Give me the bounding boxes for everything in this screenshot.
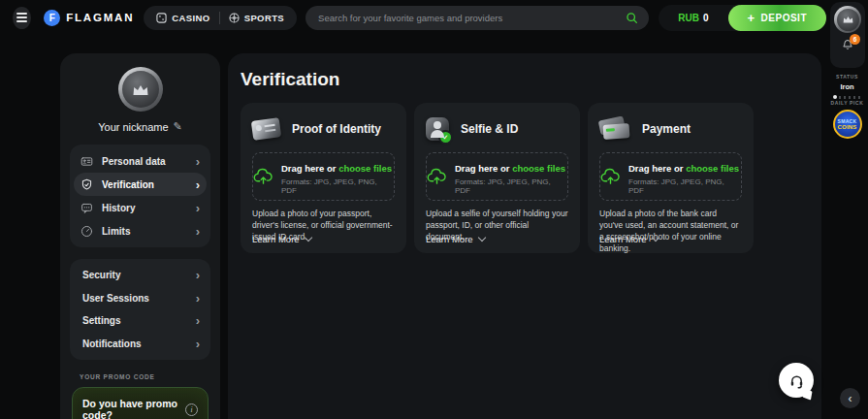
main-panel: Verification Proof of Identity Drag here… [228,53,821,419]
sidebar-item-label: Verification [102,179,154,190]
balance: RUB 0 [659,13,727,23]
bank-cards-icon [599,116,630,142]
id-card-icon [80,154,94,168]
chevron-down-icon [304,234,311,242]
sidebar-item-label: Limits [102,226,130,237]
card-title: Proof of Identity [292,122,381,136]
drop-text: Drag here or [281,163,337,174]
balance-amount: 0 [703,13,709,23]
progress-dot [833,95,837,99]
status-section: STATUS Iron [826,74,868,99]
right-rail: 6 STATUS Iron DAILY PICK SMACK COINS ‹ [826,0,868,419]
primary-nav: CASINO SPORTS [144,6,297,30]
crown-icon [122,71,159,108]
card-title: Selfie & ID [461,122,518,136]
promo-card: Do you have promo code? i [72,387,209,419]
sidebar-item-history[interactable]: History › [74,196,207,219]
nav-casino[interactable]: CASINO [156,13,209,23]
brand-logo[interactable]: F FLAGMAN [44,10,134,26]
search-icon[interactable] [626,12,638,24]
status-value: Iron [826,82,868,91]
choose-files-link[interactable]: choose files [686,163,739,174]
chevron-right-icon: › [196,338,200,350]
sidebar-item-limits[interactable]: Limits › [74,219,207,242]
sidebar-item-personal-data[interactable]: Personal data › [74,149,207,173]
selfie-person-icon: ✓ [426,117,449,141]
learn-more-label: Learn More [426,234,473,244]
wallet[interactable]: RUB 0 + DEPOSIT [659,5,826,31]
status-label: STATUS [826,74,868,80]
learn-more-link[interactable]: Learn More [599,234,659,244]
account-menu-secondary: Security › User Sessions › Settings › No… [70,259,210,360]
sidebar-item-settings[interactable]: Settings › [74,309,207,333]
top-bar: F FLAGMAN CASINO SPORTS RUB 0 + [0,0,826,35]
page-title: Verification [241,69,821,90]
choose-files-link[interactable]: choose files [338,163,392,174]
learn-more-label: Learn More [599,234,647,244]
file-dropzone[interactable]: Drag here or choose files Formats: JPG, … [426,152,568,201]
brand-logo-text: FLAGMAN [66,12,134,23]
sidebar-item-label: Security [82,270,120,280]
status-progress [833,95,862,99]
search-input[interactable] [316,12,626,24]
rail-profile-card: 6 [830,2,865,68]
file-dropzone[interactable]: Drag here or choose files Formats: JPG, … [252,152,395,201]
limits-gauge-icon [80,224,94,238]
edit-nickname-icon[interactable]: ✎ [174,120,182,133]
chevron-right-icon: › [196,202,200,214]
account-sidebar: Your nickname ✎ Personal data › Verifica… [60,53,220,419]
smack-coins-badge[interactable]: SMACK COINS [833,110,862,139]
formats-hint: Formats: JPG, JPEG, PNG, PDF [628,177,741,195]
promo-section-label: YOUR PROMO CODE [80,373,220,380]
dice-icon [156,13,167,23]
sidebar-item-verification[interactable]: Verification › [74,173,207,196]
promo-title: Do you have promo code? [82,398,185,419]
crown-icon [837,9,859,31]
chevron-right-icon: › [196,292,200,305]
profile-avatar[interactable] [118,67,163,112]
sidebar-item-user-sessions[interactable]: User Sessions › [74,287,207,310]
formats-hint: Formats: JPG, JPEG, PNG, PDF [455,177,567,195]
ball-icon [229,13,240,23]
search-bar [305,6,649,30]
shield-check-icon [80,177,94,191]
history-chat-icon [80,201,94,214]
choose-files-link[interactable]: choose files [512,163,565,174]
collapse-rail-button[interactable]: ‹ [840,388,860,408]
deposit-button[interactable]: + DEPOSIT [728,5,827,31]
hamburger-menu-button[interactable] [13,7,31,29]
drop-text: Drag here or [628,163,684,174]
nickname-text: Your nickname [98,121,168,133]
nickname-row: Your nickname ✎ [60,120,220,133]
notifications-bell[interactable]: 6 [842,39,853,50]
chevron-right-icon: › [196,269,200,281]
chevron-down-icon [477,234,485,242]
balance-currency: RUB [678,13,699,23]
sidebar-item-label: Personal data [102,156,166,167]
verification-cards: Proof of Identity Drag here or choose fi… [241,103,821,253]
drop-text: Drag here or [455,163,510,174]
nav-sports[interactable]: SPORTS [229,13,284,23]
support-chat-button[interactable] [779,363,814,398]
file-dropzone[interactable]: Drag here or choose files Formats: JPG, … [599,152,742,201]
sidebar-item-notifications[interactable]: Notifications › [74,333,207,356]
sidebar-item-security[interactable]: Security › [74,264,207,287]
learn-more-link[interactable]: Learn More [252,234,311,244]
chevron-right-icon: › [196,225,200,238]
info-icon[interactable]: i [185,403,198,416]
card-title: Payment [642,122,691,136]
sidebar-item-label: Notifications [82,338,142,349]
card-selfie-id: ✓ Selfie & ID Drag here or choose files … [414,103,580,253]
dailypick-label: DAILY PICK [826,100,868,106]
brand-logo-icon: F [44,10,60,26]
nav-sports-label: SPORTS [244,13,284,23]
sidebar-item-label: Settings [82,315,120,326]
notification-count-badge: 6 [850,34,860,45]
learn-more-link[interactable]: Learn More [426,234,485,244]
chevron-left-icon: ‹ [849,392,852,405]
card-payment: Payment Drag here or choose files Format… [588,103,754,253]
identity-card-icon [251,117,282,141]
account-menu-primary: Personal data › Verification › History ›… [70,145,210,247]
avatar[interactable] [834,6,861,33]
sidebar-item-label: User Sessions [82,293,149,304]
